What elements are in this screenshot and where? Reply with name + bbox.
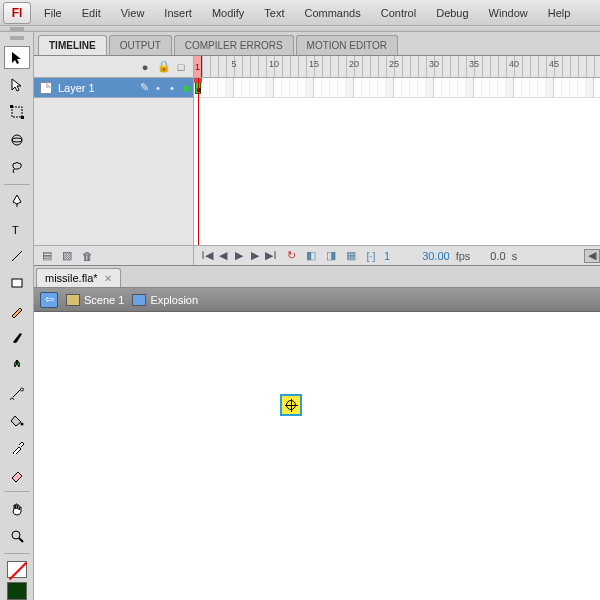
ruler-number: 5 (231, 59, 236, 69)
ruler-number: 30 (429, 59, 439, 69)
scene-label: Scene 1 (84, 294, 124, 306)
tab-output[interactable]: OUTPUT (109, 35, 172, 55)
menu-control[interactable]: Control (371, 3, 426, 23)
svg-point-4 (12, 138, 22, 142)
loop-icon[interactable]: ↻ (284, 249, 298, 263)
timeline-panel: ● 🔒 □ 1 51015202530354045 Layer 1 ✎ • (34, 56, 600, 266)
timeline-ruler[interactable]: 1 51015202530354045 (194, 56, 600, 77)
menu-edit[interactable]: Edit (72, 3, 111, 23)
close-tab-icon[interactable]: ✕ (104, 273, 112, 284)
play-icon[interactable]: ▶ (232, 249, 246, 263)
rectangle-tool[interactable] (4, 272, 30, 295)
paint-bucket-tool[interactable] (4, 408, 30, 431)
outline-icon[interactable]: □ (175, 61, 187, 73)
ruler-number: 15 (309, 59, 319, 69)
back-icon[interactable]: ⇦ (40, 292, 58, 308)
ruler-number: 40 (509, 59, 519, 69)
hand-tool[interactable] (4, 497, 30, 520)
svg-point-3 (12, 135, 22, 145)
first-frame-icon[interactable]: I◀ (200, 249, 214, 263)
document-tab[interactable]: missile.fla* ✕ (36, 268, 121, 287)
menu-modify[interactable]: Modify (202, 3, 254, 23)
breadcrumb-scene[interactable]: Scene 1 (66, 294, 124, 306)
svg-text:T: T (12, 224, 19, 236)
stage[interactable] (34, 312, 600, 600)
prev-frame-icon[interactable]: ◀ (216, 249, 230, 263)
free-transform-tool[interactable] (4, 101, 30, 124)
tab-compiler-errors[interactable]: COMPILER ERRORS (174, 35, 294, 55)
modify-markers-icon[interactable]: [·] (364, 249, 378, 263)
layer-eye-dot[interactable]: • (151, 82, 165, 94)
menu-bar: File Edit View Insert Modify Text Comman… (34, 3, 580, 23)
onion-outlines-icon[interactable]: ◨ (324, 249, 338, 263)
edit-multiple-icon[interactable]: ▦ (344, 249, 358, 263)
eraser-tool[interactable] (4, 463, 30, 486)
layer-icon (40, 82, 52, 94)
breadcrumb-symbol[interactable]: Explosion (132, 294, 198, 306)
lock-icon[interactable]: 🔒 (157, 60, 169, 73)
subselection-tool[interactable] (4, 73, 30, 96)
elapsed-value: 0.0 (490, 250, 505, 262)
symbol-label: Explosion (150, 294, 198, 306)
app-logo: Fl (3, 2, 31, 24)
tab-motion-editor[interactable]: MOTION EDITOR (296, 35, 398, 55)
svg-rect-7 (12, 279, 22, 287)
deco-tool[interactable] (4, 354, 30, 377)
playhead-line (198, 78, 199, 245)
line-tool[interactable] (4, 244, 30, 267)
scroll-left-icon[interactable]: ◀ (584, 249, 600, 263)
brush-tool[interactable] (4, 326, 30, 349)
svg-rect-2 (21, 116, 24, 119)
layer-row[interactable]: Layer 1 ✎ • • ■ (34, 78, 193, 98)
menu-file[interactable]: File (34, 3, 72, 23)
ruler-number: 25 (389, 59, 399, 69)
menu-text[interactable]: Text (254, 3, 294, 23)
registration-point-icon (286, 400, 296, 410)
layer-name[interactable]: Layer 1 (56, 82, 137, 94)
new-folder-icon[interactable]: ▧ (60, 249, 74, 263)
fps-unit: fps (456, 250, 471, 262)
current-frame: 1 (384, 250, 390, 262)
pen-tool[interactable] (4, 190, 30, 213)
fill-swatch[interactable] (7, 582, 27, 600)
selection-tool[interactable] (4, 46, 30, 69)
frames-area[interactable] (194, 78, 600, 245)
layer-outline-box[interactable]: ■ (179, 82, 193, 94)
last-frame-icon[interactable]: ▶I (264, 249, 278, 263)
next-frame-icon[interactable]: ▶ (248, 249, 262, 263)
svg-point-8 (20, 422, 23, 425)
layer-pencil-icon: ✎ (137, 81, 151, 94)
menu-commands[interactable]: Commands (294, 3, 370, 23)
pencil-tool[interactable] (4, 299, 30, 322)
svg-line-6 (12, 251, 22, 261)
bone-tool[interactable] (4, 381, 30, 404)
layer-lock-dot[interactable]: • (165, 82, 179, 94)
fps-value: 30.00 (422, 250, 450, 262)
ruler-number: 10 (269, 59, 279, 69)
menu-help[interactable]: Help (538, 3, 581, 23)
menu-insert[interactable]: Insert (154, 3, 202, 23)
menu-debug[interactable]: Debug (426, 3, 478, 23)
menu-view[interactable]: View (111, 3, 155, 23)
zoom-tool[interactable] (4, 525, 30, 548)
3d-rotation-tool[interactable] (4, 128, 30, 151)
svg-rect-0 (12, 107, 22, 117)
new-layer-icon[interactable]: ▤ (40, 249, 54, 263)
svg-point-9 (12, 531, 20, 539)
symbol-icon (132, 294, 146, 306)
stroke-swatch[interactable] (7, 561, 27, 579)
ruler-number: 20 (349, 59, 359, 69)
eyedropper-tool[interactable] (4, 436, 30, 459)
document-tab-label: missile.fla* (45, 272, 98, 284)
symbol-instance[interactable] (280, 394, 302, 416)
ruler-number: 35 (469, 59, 479, 69)
panel-tabs: TIMELINE OUTPUT COMPILER ERRORS MOTION E… (34, 32, 600, 56)
eye-icon[interactable]: ● (139, 61, 151, 73)
menu-window[interactable]: Window (479, 3, 538, 23)
tab-timeline[interactable]: TIMELINE (38, 35, 107, 55)
svg-line-10 (19, 538, 23, 542)
delete-layer-icon[interactable]: 🗑 (80, 249, 94, 263)
text-tool[interactable]: T (4, 217, 30, 240)
onion-skin-icon[interactable]: ◧ (304, 249, 318, 263)
lasso-tool[interactable] (4, 155, 30, 178)
